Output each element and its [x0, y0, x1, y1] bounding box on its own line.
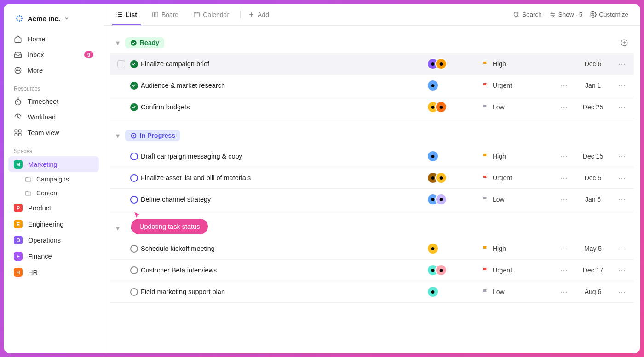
nav-teamview[interactable]: Team view [8, 125, 99, 141]
due-date[interactable]: Dec 17 [572, 266, 614, 274]
priority-cell[interactable]: High [482, 153, 556, 160]
group-header[interactable]: ▾ In Progress [110, 127, 634, 144]
row-menu[interactable]: ⋯ [614, 152, 630, 161]
status-done-icon[interactable] [130, 82, 138, 90]
avatar[interactable]: ● [435, 101, 447, 113]
topbar-show[interactable]: Show · 5 [546, 8, 586, 21]
org-selector[interactable]: Acme Inc. [7, 10, 100, 27]
priority-cell[interactable]: Urgent [482, 82, 556, 89]
topbar-customize[interactable]: Customize [586, 8, 632, 21]
space-marketing[interactable]: MMarketing [8, 156, 99, 172]
status-progress-icon[interactable] [130, 196, 138, 204]
task-row[interactable]: Confirm budgets ●● Low ⋯ Dec 25 ⋯ [110, 96, 634, 118]
due-date[interactable]: Dec 25 [572, 103, 614, 111]
avatar[interactable]: ● [435, 58, 447, 70]
priority-cell[interactable]: Low [482, 103, 556, 111]
avatar[interactable]: ● [427, 150, 439, 162]
task-row[interactable]: Audience & market research ● Urgent ⋯ Ja… [110, 75, 634, 96]
task-row[interactable]: Customer Beta interviews ●● Urgent ⋯ Dec… [110, 260, 634, 281]
avatar[interactable]: ● [427, 286, 439, 298]
more-options[interactable]: ⋯ [556, 174, 572, 182]
status-progress-icon[interactable] [130, 153, 138, 160]
assignees[interactable]: ●● [427, 172, 447, 184]
task-row[interactable]: Schedule kickoff meeting ● High ⋯ May 5 … [110, 238, 634, 260]
view-tab-list[interactable]: List [112, 5, 141, 25]
status-done-icon[interactable] [130, 60, 138, 68]
row-menu[interactable]: ⋯ [614, 266, 630, 275]
space-finance[interactable]: FFinance [8, 248, 99, 264]
status-progress-icon[interactable] [130, 174, 138, 182]
due-date[interactable]: May 5 [572, 245, 614, 252]
group-status-chip[interactable]: Ready [125, 37, 164, 48]
row-menu[interactable]: ⋯ [614, 81, 630, 90]
row-menu[interactable]: ⋯ [614, 195, 630, 204]
assignees[interactable]: ● [427, 286, 439, 298]
nav-inbox[interactable]: Inbox 9 [8, 47, 99, 62]
row-menu[interactable]: ⋯ [614, 174, 630, 182]
assignees[interactable]: ●● [427, 58, 447, 70]
due-date[interactable]: Jan 1 [572, 82, 614, 89]
task-row[interactable]: Define channel strategy ●● Low ⋯ Jan 6 ⋯ [110, 189, 634, 210]
view-tab-calendar[interactable]: Calendar [190, 5, 233, 25]
group-header[interactable]: ▾ Ready [110, 34, 634, 51]
task-row[interactable]: Finalize asset list and bill of material… [110, 167, 634, 189]
more-options[interactable]: ⋯ [556, 103, 572, 112]
status-todo-icon[interactable] [130, 266, 138, 274]
space-sub-content[interactable]: Content [8, 186, 99, 200]
task-row[interactable]: Field marketing support plan ● Low ⋯ Aug… [110, 281, 634, 303]
priority-cell[interactable]: High [482, 245, 556, 252]
row-menu[interactable]: ⋯ [614, 103, 630, 112]
avatar[interactable]: ● [427, 243, 439, 255]
priority-cell[interactable]: Urgent [482, 174, 556, 181]
task-row[interactable]: Draft campaign messaging & copy ● High ⋯… [110, 146, 634, 167]
row-menu[interactable]: ⋯ [614, 244, 630, 253]
avatar[interactable]: ● [435, 264, 447, 276]
priority-cell[interactable]: Low [482, 288, 556, 295]
more-options[interactable]: ⋯ [556, 81, 572, 90]
due-date[interactable]: Aug 6 [572, 288, 614, 295]
checkbox[interactable] [117, 60, 125, 68]
caret-down-icon[interactable]: ▾ [114, 131, 121, 140]
status-todo-icon[interactable] [130, 288, 138, 296]
avatar[interactable]: ● [435, 193, 447, 205]
due-date[interactable]: Dec 5 [572, 174, 614, 181]
nav-workload[interactable]: Workload [8, 109, 99, 125]
more-options[interactable]: ⋯ [556, 266, 572, 275]
space-hr[interactable]: HHR [8, 264, 99, 280]
space-engineering[interactable]: EEngineering [8, 216, 99, 232]
nav-timesheet[interactable]: Timesheet [8, 94, 99, 109]
view-tab-board[interactable]: Board [148, 5, 182, 25]
avatar[interactable]: ● [427, 79, 439, 91]
view-tab-add[interactable]: Add [244, 5, 273, 25]
priority-cell[interactable]: Low [482, 196, 556, 203]
row-menu[interactable]: ⋯ [614, 60, 630, 68]
due-date[interactable]: Dec 6 [572, 60, 614, 68]
assignees[interactable]: ●● [427, 101, 447, 113]
nav-home[interactable]: Home [8, 31, 99, 47]
task-row[interactable]: Finalize campaign brief ●● High Dec 6 ⋯ [110, 53, 634, 75]
space-operations[interactable]: OOperations [8, 232, 99, 248]
more-options[interactable]: ⋯ [556, 244, 572, 253]
avatar[interactable]: ● [435, 172, 447, 184]
due-date[interactable]: Jan 6 [572, 196, 614, 203]
assignees[interactable]: ● [427, 243, 439, 255]
assignees[interactable]: ●● [427, 193, 447, 205]
more-options[interactable]: ⋯ [556, 152, 572, 161]
space-sub-campaigns[interactable]: Campaigns [8, 172, 99, 186]
assignees[interactable]: ● [427, 79, 439, 91]
caret-down-icon[interactable]: ▾ [114, 39, 121, 47]
row-menu[interactable]: ⋯ [614, 288, 630, 296]
caret-down-icon[interactable]: ▾ [114, 224, 121, 232]
space-product[interactable]: PProduct [8, 200, 99, 216]
priority-cell[interactable]: High [482, 60, 556, 68]
assignees[interactable]: ● [427, 150, 439, 162]
status-todo-icon[interactable] [130, 245, 138, 253]
assignees[interactable]: ●● [427, 264, 447, 276]
group-status-chip[interactable]: In Progress [125, 130, 180, 141]
status-done-icon[interactable] [130, 103, 138, 111]
more-options[interactable]: ⋯ [556, 288, 572, 296]
due-date[interactable]: Dec 15 [572, 153, 614, 160]
priority-cell[interactable]: Urgent [482, 266, 556, 274]
topbar-search[interactable]: Search [509, 8, 546, 21]
add-task-icon[interactable] [618, 37, 630, 49]
